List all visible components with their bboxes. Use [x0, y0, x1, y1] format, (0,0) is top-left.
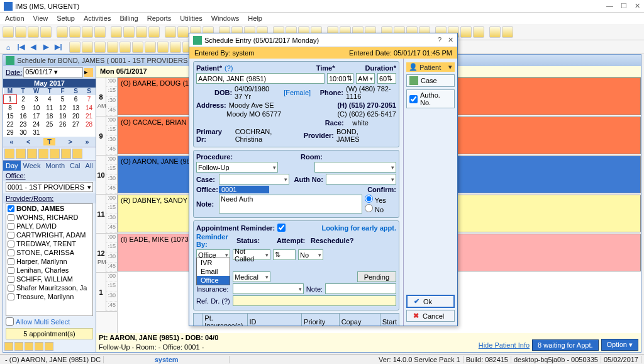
toolbar-button[interactable]: [28, 26, 39, 38]
waiting-button[interactable]: 8 waiting for Appt.: [532, 339, 598, 351]
reminder-checkbox[interactable]: [277, 224, 286, 232]
toolbar-button[interactable]: [111, 26, 122, 38]
provider-item[interactable]: Lenihan, Charles: [6, 266, 92, 275]
nav-next-icon[interactable]: ▶: [40, 42, 52, 52]
tool-icon[interactable]: [72, 149, 82, 159]
allow-multi-checkbox[interactable]: [6, 317, 14, 326]
case-select[interactable]: [219, 174, 289, 185]
side-patient-header[interactable]: 👤Patient▾: [406, 62, 455, 72]
date-input[interactable]: 05/01/17 ▾: [23, 67, 83, 77]
toolbar-button[interactable]: [177, 26, 189, 38]
mini-tool-icon[interactable]: [35, 342, 43, 351]
close-button[interactable]: ✕: [635, 2, 640, 10]
attempt-input[interactable]: ⇅: [273, 249, 296, 260]
medical-select[interactable]: Medical: [233, 271, 270, 282]
view-week[interactable]: Week: [21, 161, 43, 171]
provider-item[interactable]: Treasure, Marilynn: [6, 292, 92, 301]
calendar[interactable]: MTWTFSS 1234567 891011121314 15161718192…: [3, 88, 96, 137]
cancel-button[interactable]: ✖Cancel: [406, 310, 455, 322]
insurance-select[interactable]: [233, 283, 304, 294]
toolbar-button[interactable]: [94, 42, 106, 53]
procedure-select[interactable]: Follow-Up: [196, 162, 278, 173]
date-go-icon[interactable]: ▸: [84, 68, 93, 77]
menu-action[interactable]: Action: [5, 14, 25, 22]
toolbar-button[interactable]: [40, 26, 52, 38]
toolbar-button[interactable]: [69, 42, 80, 53]
view-day[interactable]: Day: [3, 161, 21, 171]
status-select[interactable]: Not Called: [233, 249, 270, 260]
nav-next[interactable]: >: [68, 138, 72, 145]
toolbar-button[interactable]: [148, 26, 160, 38]
maximize-button[interactable]: ☐: [621, 2, 627, 10]
mini-tool-icon[interactable]: [4, 342, 13, 351]
ok-button[interactable]: ✔Ok: [406, 295, 455, 308]
side-case-button[interactable]: Case: [406, 74, 455, 87]
menu-view[interactable]: View: [33, 14, 48, 22]
office-value[interactable]: 0001: [219, 186, 269, 193]
menu-windows[interactable]: Windows: [211, 14, 240, 22]
patient-input[interactable]: AARON, JANE (9851): [196, 73, 325, 84]
toolbar-button[interactable]: [473, 26, 484, 38]
tool-icon[interactable]: [4, 149, 14, 159]
provider-item[interactable]: CARTWRIGHT, ADAM: [6, 230, 92, 239]
dialog-help-icon[interactable]: ?: [438, 36, 441, 44]
toolbar-button[interactable]: [123, 26, 135, 38]
ref-dr-input[interactable]: [233, 295, 396, 306]
toolbar-button[interactable]: [15, 26, 26, 38]
tool-icon[interactable]: [50, 149, 60, 159]
provider-item[interactable]: Harper, Marilynn: [6, 257, 92, 266]
toolbar-button[interactable]: [165, 26, 176, 38]
toolbar-button[interactable]: [502, 26, 513, 38]
toolbar-button[interactable]: [145, 42, 156, 53]
side-auth-button[interactable]: Autho. No.: [406, 89, 455, 108]
toolbar-button[interactable]: [170, 42, 181, 53]
minimize-button[interactable]: —: [606, 2, 613, 10]
toolbar-button[interactable]: [136, 26, 147, 38]
provider-item[interactable]: TREDWAY, TRENT: [6, 239, 92, 248]
tool-icon[interactable]: [16, 149, 26, 159]
nav-first-icon[interactable]: |◀: [15, 42, 26, 52]
mini-tool-icon[interactable]: [25, 342, 33, 351]
toolbar-button[interactable]: [119, 42, 131, 53]
dialog-close-icon[interactable]: ✕: [448, 36, 453, 44]
pending-button[interactable]: Pending: [357, 271, 396, 282]
tool-icon[interactable]: [27, 149, 37, 159]
nav-last[interactable]: »: [86, 138, 89, 145]
confirm-no-radio[interactable]: [365, 204, 373, 212]
toolbar-button[interactable]: [82, 42, 93, 53]
mini-tool-icon[interactable]: [45, 342, 53, 351]
view-cal[interactable]: Cal: [67, 161, 83, 171]
note-input[interactable]: Need Auth: [219, 195, 362, 213]
nav-last-icon[interactable]: ▶|: [53, 42, 64, 52]
menu-reports[interactable]: Reports: [147, 14, 172, 22]
menu-utilities[interactable]: Utilities: [180, 14, 202, 22]
time-input[interactable]: 10:00⇅: [327, 73, 353, 84]
nav-prev-icon[interactable]: ◀: [28, 42, 39, 52]
hide-patient-link[interactable]: Hide Patient Info: [479, 341, 530, 349]
patient-help-link[interactable]: (?): [225, 64, 233, 72]
reminder-by-dropdown[interactable]: IVR Email Office: [196, 258, 230, 285]
view-all[interactable]: All: [83, 161, 96, 171]
dropdown-option-office[interactable]: Office: [197, 276, 230, 285]
toolbar-button[interactable]: [82, 26, 93, 38]
view-month[interactable]: Month: [43, 161, 67, 171]
toolbar-button[interactable]: [107, 42, 118, 53]
nav-today[interactable]: T: [43, 138, 55, 145]
menu-billing[interactable]: Billing: [119, 14, 138, 22]
toolbar-button[interactable]: [157, 42, 169, 53]
reschedule-select[interactable]: No: [298, 249, 323, 260]
auth-select[interactable]: [326, 174, 396, 185]
toolbar-button[interactable]: [3, 26, 14, 38]
nav-first[interactable]: «: [9, 138, 13, 145]
ampm-select[interactable]: AM: [356, 73, 375, 84]
toolbar-button[interactable]: [94, 26, 106, 38]
toolbar-button[interactable]: [69, 26, 80, 38]
confirm-yes-radio[interactable]: [365, 195, 373, 203]
provider-item[interactable]: PALY, DAVID: [6, 222, 92, 230]
provider-list[interactable]: BOND, JAMESWOHNS, RICHARDPALY, DAVIDCART…: [6, 203, 93, 316]
duration-input[interactable]: 60⇅: [377, 73, 396, 84]
dropdown-option-email[interactable]: Email: [197, 267, 230, 276]
provider-item[interactable]: WOHNS, RICHARD: [6, 213, 92, 222]
office-select[interactable]: 0001 - 1ST PROVIDERS▾: [6, 182, 93, 192]
menu-setup[interactable]: Setup: [57, 14, 75, 22]
